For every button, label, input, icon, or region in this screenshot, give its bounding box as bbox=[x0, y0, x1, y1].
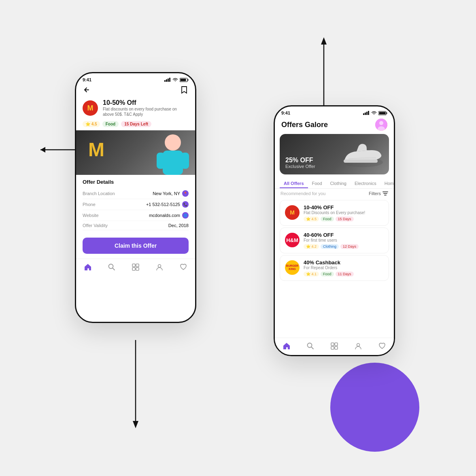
banner-discount: 25% OFF bbox=[285, 157, 315, 164]
svg-rect-34 bbox=[344, 159, 378, 163]
rating-hm: ⭐ 4.2 bbox=[304, 244, 319, 249]
tab-food[interactable]: Food bbox=[308, 178, 326, 188]
tab-clothing[interactable]: Clothing bbox=[326, 178, 351, 188]
food-tag-mcd: Food bbox=[321, 217, 334, 221]
svg-rect-16 bbox=[181, 153, 189, 169]
nav-home-phone2[interactable] bbox=[282, 341, 291, 351]
svg-rect-39 bbox=[331, 343, 334, 346]
svg-rect-20 bbox=[132, 268, 135, 270]
wifi-icon-p2 bbox=[371, 111, 377, 115]
phone-row: Phone +1 532-512-5125 📞 bbox=[83, 199, 189, 210]
offer-title-row: M 10-50% Off Flat discounts on every foo… bbox=[76, 99, 195, 119]
offer-tags-bk: ⭐ 4.1 Food 11 Days bbox=[304, 272, 354, 276]
branch-row: Branch Location New York, NY 📍 bbox=[83, 188, 189, 199]
website-label: Website bbox=[83, 213, 99, 218]
svg-rect-26 bbox=[368, 111, 369, 115]
filters-button[interactable]: Filters bbox=[369, 191, 388, 196]
user-avatar[interactable] bbox=[375, 119, 387, 131]
branch-value: New York, NY 📍 bbox=[153, 190, 189, 197]
nav-grid-phone2[interactable] bbox=[329, 341, 339, 351]
nav-profile-phone2[interactable] bbox=[353, 341, 363, 351]
offer-subtitle-bk: For Repeat Orders bbox=[304, 266, 354, 270]
recommended-label: Recommended for you bbox=[280, 191, 325, 196]
nav-profile-phone1[interactable] bbox=[155, 262, 164, 272]
tab-electronics[interactable]: Electronics bbox=[351, 178, 380, 188]
offer-card-mcd[interactable]: M 10-40% OFF Flat Discounts on Every pur… bbox=[280, 200, 389, 226]
nav-search-phone2[interactable] bbox=[306, 341, 315, 351]
offer-subtitle-mcd: Flat Discounts on Every purchase! bbox=[304, 210, 365, 215]
nav-grid-phone1[interactable] bbox=[131, 262, 140, 272]
filter-icon bbox=[382, 191, 388, 196]
svg-point-22 bbox=[158, 265, 161, 268]
p2-header: Offers Galore bbox=[275, 117, 394, 134]
phone-offers-screen: 9:41 Offers Galore bbox=[274, 105, 395, 356]
offer-details-section: Offer Details Branch Location New York, … bbox=[76, 175, 195, 234]
svg-rect-11 bbox=[181, 79, 186, 81]
rating-mcd: ⭐ 4.5 bbox=[304, 217, 319, 221]
status-icons-phone1 bbox=[164, 78, 189, 82]
svg-rect-12 bbox=[188, 79, 189, 81]
svg-rect-18 bbox=[132, 264, 135, 267]
svg-rect-6 bbox=[164, 80, 166, 82]
svg-rect-21 bbox=[136, 268, 139, 270]
clothing-tag-hm: Clothing bbox=[321, 244, 339, 249]
svg-marker-3 bbox=[321, 37, 327, 45]
days-tag-mcd: 15 Days bbox=[336, 217, 354, 221]
offer-card-hm[interactable]: H&M 40-60% OFF For first time users ⭐ 4.… bbox=[280, 227, 389, 253]
bottom-nav-phone1 bbox=[76, 259, 195, 276]
location-icon: 📍 bbox=[182, 190, 189, 197]
status-icons-phone2 bbox=[363, 111, 387, 115]
svg-rect-28 bbox=[379, 112, 386, 114]
nav-favorites-phone1[interactable] bbox=[178, 262, 188, 272]
bookmark-icon[interactable] bbox=[180, 85, 189, 96]
validity-label: Offer Validity bbox=[83, 223, 108, 228]
days-tag: 15 Days Left bbox=[121, 121, 151, 127]
category-tabs: All Offers Food Clothing Electronics Hom… bbox=[275, 178, 394, 189]
mcd-logo: M bbox=[83, 100, 98, 116]
status-bar-phone2: 9:41 bbox=[275, 106, 394, 117]
offer-title-mcd: 10-40% OFF bbox=[304, 204, 365, 210]
nav-home-phone1[interactable] bbox=[83, 262, 93, 272]
food-tag: Food bbox=[102, 121, 119, 127]
phone-icon: 📞 bbox=[182, 201, 189, 208]
rating-tag: ⭐ 4.5 bbox=[83, 121, 100, 127]
tab-all-offers[interactable]: All Offers bbox=[280, 178, 308, 188]
signal-icon bbox=[164, 78, 171, 82]
battery-icon bbox=[180, 78, 189, 82]
svg-rect-24 bbox=[365, 113, 366, 115]
validity-value: Dec, 2018 bbox=[168, 223, 189, 228]
hm-logo-card: H&M bbox=[285, 233, 300, 247]
page-title: Offers Galore bbox=[281, 121, 328, 129]
svg-rect-42 bbox=[335, 346, 338, 349]
offer-card-bk[interactable]: BURGERKING 40% Cashback For Repeat Order… bbox=[280, 255, 389, 281]
svg-rect-7 bbox=[166, 79, 167, 82]
phone-detail-screen: 9:41 bbox=[75, 72, 196, 323]
nav-favorites-phone2[interactable] bbox=[377, 341, 387, 351]
offer-tags-hm: ⭐ 4.2 Clothing 12 Days bbox=[304, 244, 359, 249]
promo-banner: 25% OFF Exclusive Offer bbox=[280, 134, 389, 174]
tab-home[interactable]: Home bbox=[380, 178, 394, 188]
status-bar-phone1: 9:41 bbox=[76, 73, 195, 84]
nav-search-phone1[interactable] bbox=[107, 262, 117, 272]
svg-point-43 bbox=[357, 344, 359, 346]
website-row: Website mcdonalds.com 🌐 bbox=[83, 210, 189, 221]
food-tag-bk: Food bbox=[321, 272, 334, 276]
offer-image: M bbox=[76, 130, 195, 175]
svg-marker-5 bbox=[133, 421, 138, 428]
mcd-arch-decoration: M bbox=[88, 138, 104, 161]
offer-subtitle: Flat discounts on every food purchase on… bbox=[103, 106, 189, 117]
svg-rect-14 bbox=[163, 151, 183, 175]
offer-tags-mcd: ⭐ 4.5 Food 15 Days bbox=[304, 217, 365, 221]
svg-rect-40 bbox=[335, 343, 338, 346]
back-button[interactable] bbox=[83, 87, 91, 95]
p1-header bbox=[76, 84, 195, 99]
svg-rect-25 bbox=[366, 112, 368, 115]
offer-details-title: Offer Details bbox=[83, 179, 189, 185]
svg-rect-9 bbox=[169, 78, 170, 82]
claim-offer-button[interactable]: Claim this Offer bbox=[83, 238, 189, 254]
offer-info-hm: 40-60% OFF For first time users ⭐ 4.2 Cl… bbox=[304, 232, 359, 249]
days-tag-bk: 11 Days bbox=[336, 272, 354, 276]
offer-title: 10-50% Off bbox=[103, 99, 189, 106]
mcd-logo-card: M bbox=[285, 205, 300, 220]
offer-info-mcd: 10-40% OFF Flat Discounts on Every purch… bbox=[304, 204, 365, 221]
